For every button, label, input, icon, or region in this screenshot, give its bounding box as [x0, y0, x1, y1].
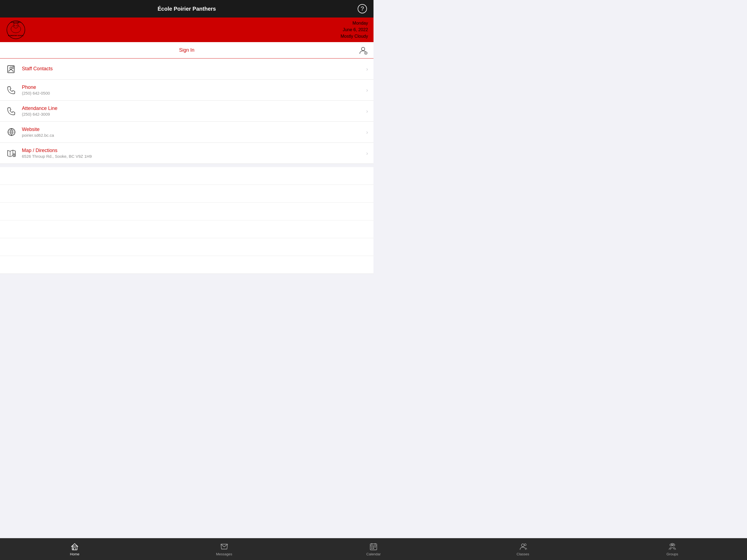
top-bar: École Poirier Panthers ? — [0, 0, 374, 18]
svg-text:ÉCOLE POIRIER: ÉCOLE POIRIER — [11, 21, 21, 23]
map-directions-title: Map / Directions — [22, 148, 363, 153]
staff-contacts-icon — [7, 64, 16, 74]
staff-contacts-content: Staff Contacts — [22, 66, 363, 72]
attendance-item[interactable]: Attendance Line (250) 642-3009 › — [0, 101, 374, 122]
svg-point-6 — [17, 25, 17, 26]
app-title: École Poirier Panthers — [157, 6, 216, 12]
school-logo: ELEMENTARY SCHOOL ÉCOLE POIRIER — [5, 20, 26, 40]
attendance-phone-icon — [7, 106, 16, 116]
svg-text:ELEMENTARY SCHOOL: ELEMENTARY SCHOOL — [8, 35, 24, 36]
map-directions-chevron: › — [366, 150, 368, 156]
website-url: poirier.sd62.bc.ca — [22, 133, 363, 137]
website-content: Website poirier.sd62.bc.ca — [22, 127, 363, 137]
info-list: Staff Contacts › Phone (250) 642-0500 › … — [0, 58, 374, 164]
phone-icon-area — [5, 84, 18, 96]
attendance-chevron: › — [366, 108, 368, 114]
website-icon — [7, 127, 16, 137]
empty-row-4 — [0, 221, 374, 238]
website-icon-area — [5, 126, 18, 138]
svg-point-5 — [14, 25, 15, 26]
website-title: Website — [22, 127, 363, 132]
attendance-content: Attendance Line (250) 642-3009 — [22, 105, 363, 117]
empty-row-6 — [0, 256, 374, 274]
map-directions-content: Map / Directions 6526 Throup Rd., Sooke,… — [22, 148, 363, 159]
phone-number: (250) 642-0500 — [22, 91, 363, 96]
website-chevron: › — [366, 129, 368, 135]
map-directions-address: 6526 Throup Rd., Sooke, BC V9Z 1H9 — [22, 154, 363, 159]
phone-chevron: › — [366, 87, 368, 93]
phone-content: Phone (250) 642-0500 — [22, 84, 363, 96]
map-icon-area — [5, 147, 18, 159]
banner-date: Monday June 6, 2022 Mostly Cloudy — [341, 20, 368, 40]
school-logo-svg: ELEMENTARY SCHOOL ÉCOLE POIRIER — [6, 20, 25, 40]
svg-point-14 — [10, 67, 12, 69]
staff-contacts-chevron: › — [366, 66, 368, 72]
phone-icon — [7, 85, 16, 95]
school-banner: ELEMENTARY SCHOOL ÉCOLE POIRIER Monday J… — [0, 18, 374, 42]
phone-item[interactable]: Phone (250) 642-0500 › — [0, 80, 374, 101]
staff-contacts-title: Staff Contacts — [22, 66, 363, 72]
attendance-number: (250) 642-3009 — [22, 112, 363, 117]
user-settings-icon[interactable] — [358, 45, 368, 55]
help-button[interactable]: ? — [358, 4, 367, 14]
phone-title: Phone — [22, 84, 363, 90]
user-settings-area[interactable] — [358, 45, 368, 55]
map-icon — [7, 149, 16, 158]
website-item[interactable]: Website poirier.sd62.bc.ca › — [0, 122, 374, 143]
attendance-title: Attendance Line — [22, 105, 363, 111]
signin-row[interactable]: Sign In — [0, 42, 374, 58]
empty-row-2 — [0, 185, 374, 203]
help-icon: ? — [361, 5, 364, 12]
empty-row-1 — [0, 167, 374, 185]
staff-contacts-item[interactable]: Staff Contacts › — [0, 58, 374, 80]
svg-point-9 — [361, 47, 365, 51]
signin-button[interactable]: Sign In — [179, 47, 195, 53]
empty-row-3 — [0, 203, 374, 221]
empty-rows-section — [0, 167, 374, 274]
attendance-icon-area — [5, 105, 18, 117]
staff-contacts-icon-area — [5, 63, 18, 75]
empty-row-5 — [0, 238, 374, 256]
map-directions-item[interactable]: Map / Directions 6526 Throup Rd., Sooke,… — [0, 143, 374, 164]
